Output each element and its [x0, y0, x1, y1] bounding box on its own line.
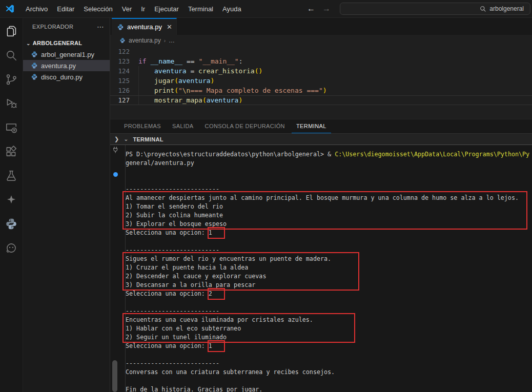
menu-ir[interactable]: Ir	[136, 3, 150, 15]
search-value: arbolgeneral	[489, 5, 524, 12]
python-view-icon[interactable]	[5, 217, 18, 231]
vscode-logo-icon	[5, 4, 15, 14]
navigate-back-button[interactable]: ←	[307, 4, 315, 13]
terminal-line: --------------------------	[126, 307, 532, 316]
chevron-down-icon: ⌄	[26, 40, 31, 46]
code-line-124: 124aventura = crear_historia()	[110, 66, 532, 76]
line-content	[130, 47, 138, 56]
navigate-forward-button[interactable]: →	[322, 4, 331, 13]
terminal-line: --------------------------	[126, 185, 532, 194]
explorer-icon[interactable]	[5, 25, 18, 38]
folder-section-arbolgeneral[interactable]: ⌄ ARBOLGENERAL	[23, 37, 110, 49]
code-token: (	[174, 87, 178, 94]
run-and-debug-icon[interactable]	[5, 97, 18, 110]
line-number: 122	[110, 47, 130, 56]
code-token: (	[202, 96, 207, 104]
explorer-sidebar: EXPLORADOR ⋯ ⌄ ARBOLGENERAL arbol_genera…	[23, 18, 110, 392]
panel-tab-bar: PROBLEMASSALIDACONSOLA DE DEPURACIÓNTERM…	[110, 119, 532, 133]
line-number: 124	[110, 66, 130, 76]
terminal-line: --------------------------	[126, 246, 532, 255]
menu-ayuda[interactable]: Ayuda	[218, 3, 246, 15]
sidebar-more-actions-button[interactable]: ⋯	[97, 23, 105, 31]
terminal-line: 1) Cruzar el puente hacia la aldea	[126, 263, 532, 272]
menu-editar[interactable]: Editar	[52, 3, 79, 15]
terminal-output[interactable]: PS D:\proyectos\estructuraddedatos\pytho…	[126, 145, 532, 392]
code-token: jugar	[154, 77, 174, 85]
extensions-icon[interactable]	[5, 145, 18, 158]
code-token: )	[323, 87, 327, 94]
menu-ejecutar[interactable]: Ejecutar	[150, 3, 183, 15]
terminal-line: Selecciona una opcion: 2	[126, 290, 532, 298]
breadcrumb-rest: …	[169, 37, 175, 44]
source-control-icon[interactable]	[5, 73, 18, 86]
line-number: 126	[110, 86, 130, 95]
sparkle-icon[interactable]	[5, 193, 18, 207]
terminal-line	[126, 168, 532, 176]
python-file-icon	[117, 24, 124, 31]
code-token: aventura	[178, 77, 211, 85]
python-file-icon	[31, 62, 38, 69]
file-item-disco_duro.py[interactable]: disco_duro.py	[23, 71, 110, 82]
line-content: print("\n=== Mapa completo de escenas ==…	[130, 86, 327, 95]
code-token: "	[319, 87, 323, 94]
tab-close-icon[interactable]: ✕	[167, 23, 172, 31]
terminal-line	[126, 350, 532, 359]
line-content: jugar(aventura)	[130, 76, 214, 86]
terminal-line: 2) Subir la colina humeante	[126, 211, 532, 220]
breadcrumb[interactable]: aventura.py › …	[110, 35, 532, 46]
copilot-chat-icon[interactable]	[5, 241, 18, 255]
code-token: "	[178, 87, 182, 94]
command-decoration-dot[interactable]	[113, 172, 118, 177]
testing-icon[interactable]	[5, 169, 18, 182]
panel-tab-salida[interactable]: SALIDA	[168, 119, 198, 133]
file-list: arbol_general1.pyaventura.pydisco_duro.p…	[23, 49, 110, 82]
scrollbar-thumb[interactable]	[112, 360, 117, 392]
code-editor[interactable]: 122123if __name__ == "__main__":124avent…	[110, 46, 532, 119]
terminal-panel[interactable]: PS D:\proyectos\estructuraddedatos\pytho…	[110, 145, 532, 392]
terminal-section-header[interactable]: ❯ ⌄ TERMINAL	[110, 133, 532, 145]
python-file-icon	[31, 51, 38, 58]
breadcrumb-separator-icon: ›	[164, 38, 166, 44]
code-token: print	[154, 87, 174, 94]
terminal-line: 2) Seguir un tunel iluminado	[126, 333, 532, 342]
python-file-icon	[31, 73, 38, 80]
file-name: disco_duro.py	[41, 73, 83, 81]
code-line-125: 125jugar(aventura)	[110, 76, 532, 86]
code-token: aventura	[154, 67, 187, 75]
file-item-arbol_general1.py[interactable]: arbol_general1.py	[23, 49, 110, 60]
editor-tab-bar: aventura.py ✕	[110, 18, 532, 35]
terminal-command: C:\Users\diegomoisset\AppData\Local\Prog…	[335, 151, 529, 158]
activity-bar	[0, 18, 23, 392]
breadcrumb-file: aventura.py	[129, 37, 161, 44]
chevron-right-icon[interactable]: ❯	[114, 136, 119, 142]
code-token: (	[174, 77, 178, 85]
remote-explorer-icon[interactable]	[5, 121, 18, 134]
plug-icon	[112, 146, 119, 154]
menu-bar: ArchivoEditarSelecciónVerIrEjecutarTermi…	[21, 3, 246, 15]
sidebar-title: EXPLORADOR	[32, 24, 97, 30]
terminal-line: 1) Hablar con el eco subterraneo	[126, 324, 532, 333]
terminal-line	[126, 237, 532, 246]
code-token: __name__	[150, 57, 182, 65]
menu-ver[interactable]: Ver	[117, 3, 137, 15]
code-token: =	[187, 67, 198, 75]
terminal-line: Selecciona una opcion: 1	[126, 342, 532, 350]
terminal-line: 2) Descender al cauce y explorar cuevas	[126, 272, 532, 281]
menu-archivo[interactable]: Archivo	[21, 3, 52, 15]
code-line-123: 123if __name__ == "__main__":	[110, 56, 532, 66]
panel-tab-terminal[interactable]: TERMINAL	[292, 119, 331, 133]
command-center-search[interactable]: arbolgeneral	[340, 3, 530, 15]
panel-tab-consola-de-depuración[interactable]: CONSOLA DE DEPURACIÓN	[200, 119, 290, 133]
menu-selección[interactable]: Selección	[79, 3, 117, 15]
terminal-line	[126, 298, 532, 307]
search-view-icon[interactable]	[5, 49, 18, 62]
chevron-down-icon[interactable]: ⌄	[124, 136, 128, 142]
panel-tab-problemas[interactable]: PROBLEMAS	[119, 119, 166, 133]
terminal-prompt: PS D:\proyectos\estructuraddedatos\pytho…	[126, 151, 335, 158]
file-item-aventura.py[interactable]: aventura.py	[23, 60, 110, 71]
file-name: aventura.py	[41, 62, 76, 70]
code-token: ()	[255, 67, 263, 75]
menu-terminal[interactable]: Terminal	[183, 3, 218, 15]
line-content: mostrar_mapa(aventura)	[130, 96, 242, 105]
tab-aventura-py[interactable]: aventura.py ✕	[112, 18, 177, 35]
